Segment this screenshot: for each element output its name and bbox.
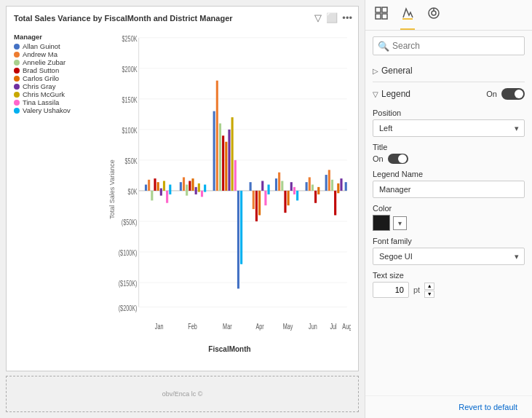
- svg-rect-33: [188, 181, 191, 190]
- svg-rect-62: [293, 187, 295, 194]
- revert-to-default-link[interactable]: Revert to default: [451, 397, 525, 417]
- filter-icon[interactable]: ▽: [314, 12, 322, 23]
- svg-text:Apr: Apr: [255, 321, 264, 331]
- svg-rect-61: [290, 182, 293, 191]
- legend-toggle-label: On: [486, 90, 497, 98]
- legend-dot: [14, 60, 20, 66]
- svg-rect-23: [151, 191, 153, 200]
- svg-text:($150K): ($150K): [119, 278, 138, 288]
- position-select-wrapper: Left Right Top Bottom: [373, 119, 525, 137]
- svg-rect-57: [278, 173, 280, 191]
- chart-title: Total Sales Variance by FiscalMonth and …: [14, 14, 351, 23]
- legend-dot: [14, 68, 20, 74]
- svg-text:($100K): ($100K): [119, 248, 138, 257]
- svg-text:($50K): ($50K): [122, 217, 138, 226]
- text-size-decrement[interactable]: ▼: [424, 291, 434, 298]
- position-select[interactable]: Left Right Top Bottom: [373, 119, 525, 137]
- legend-dot: [14, 92, 20, 98]
- color-swatch[interactable]: [373, 215, 390, 231]
- svg-rect-59: [284, 191, 286, 213]
- svg-rect-45: [231, 117, 234, 191]
- legend-item-label: Annelie Zubar: [23, 58, 65, 66]
- chart-svg: $250K $200K $150K $100K $50K $0K ($50K) …: [108, 25, 351, 344]
- svg-text:Jul: Jul: [330, 321, 336, 331]
- color-picker-row: ▾: [373, 215, 525, 231]
- tab-fields[interactable]: [374, 6, 389, 30]
- svg-rect-55: [268, 185, 270, 194]
- legend-item: Chris McGurk: [14, 90, 79, 98]
- svg-text:$0K: $0K: [128, 186, 138, 196]
- svg-rect-74: [340, 178, 342, 191]
- svg-rect-37: [201, 191, 203, 197]
- legend-dot: [14, 76, 20, 82]
- tab-analytics[interactable]: [426, 6, 441, 30]
- text-size-unit: pt: [413, 285, 420, 294]
- y-axis-label: Total Sales Variance: [108, 159, 116, 218]
- legend-item-label: Carlos Grilo: [23, 74, 59, 82]
- svg-rect-71: [331, 180, 333, 191]
- focus-icon[interactable]: ⬜: [326, 12, 338, 23]
- settings-panel: 🔍 ▷ General ▽ Legend On Position Left: [365, 0, 532, 418]
- svg-rect-34: [191, 178, 194, 191]
- chart-panel: ▽ ⬜ ••• Total Sales Variance by FiscalMo…: [0, 0, 365, 418]
- text-size-label: Text size: [373, 271, 525, 280]
- general-section-header[interactable]: ▷ General: [373, 61, 525, 79]
- legend-name-label: Legend Name: [373, 170, 525, 178]
- svg-rect-31: [183, 177, 185, 190]
- svg-rect-30: [180, 182, 182, 191]
- svg-rect-87: [382, 14, 387, 19]
- svg-rect-85: [382, 7, 387, 12]
- svg-rect-60: [287, 191, 290, 205]
- legend-dot: [14, 52, 20, 58]
- x-axis-label: FiscalMonth: [108, 345, 351, 353]
- svg-rect-41: [219, 123, 221, 190]
- legend-section-header[interactable]: ▽ Legend On: [373, 85, 525, 103]
- svg-rect-58: [281, 181, 283, 190]
- legend-section-label: Legend: [381, 89, 410, 99]
- svg-rect-86: [376, 14, 381, 19]
- svg-rect-48: [240, 191, 242, 264]
- color-label: Color: [373, 204, 525, 213]
- legend-manager-label: Manager: [14, 33, 79, 41]
- legend-dot: [14, 44, 20, 50]
- text-size-row: pt ▲ ▼: [373, 282, 525, 298]
- legend-item: Carlos Grilo: [14, 74, 79, 82]
- dashed-area-text: obv/Enca lc ©: [162, 390, 203, 398]
- legend-item-label: Brad Sutton: [23, 66, 59, 74]
- legend-item: Valery Ushakov: [14, 106, 79, 114]
- divider-general: [373, 82, 525, 82]
- svg-rect-52: [258, 191, 261, 216]
- svg-text:Jan: Jan: [155, 321, 164, 331]
- search-input[interactable]: [373, 36, 525, 55]
- settings-tabs: [365, 0, 532, 31]
- color-dropdown-button[interactable]: ▾: [393, 216, 407, 230]
- svg-rect-68: [317, 187, 319, 194]
- font-family-label: Font family: [373, 237, 525, 245]
- legend-item-label: Chris Gray: [23, 82, 55, 90]
- legend-toggle[interactable]: [501, 88, 525, 100]
- svg-rect-53: [261, 181, 263, 190]
- svg-rect-47: [237, 191, 239, 288]
- svg-rect-29: [169, 185, 171, 194]
- title-toggle[interactable]: [388, 154, 408, 164]
- svg-rect-75: [345, 182, 347, 191]
- legend-item: Brad Sutton: [14, 66, 79, 74]
- search-icon: 🔍: [378, 41, 389, 52]
- svg-rect-40: [216, 81, 218, 191]
- text-size-input[interactable]: [373, 282, 409, 298]
- svg-text:$250K: $250K: [122, 33, 138, 43]
- more-icon[interactable]: •••: [342, 12, 352, 23]
- legend-name-input[interactable]: [373, 181, 525, 198]
- font-family-select[interactable]: Segoe UI Arial Calibri Times New Roman: [373, 248, 525, 265]
- svg-rect-43: [225, 142, 227, 191]
- svg-rect-67: [314, 191, 317, 203]
- legend-item-label: Andrew Ma: [23, 50, 57, 58]
- svg-rect-69: [325, 175, 327, 191]
- svg-text:$200K: $200K: [122, 64, 138, 74]
- tab-format[interactable]: [400, 6, 415, 30]
- svg-rect-73: [337, 184, 339, 193]
- legend-item: Andrew Ma: [14, 50, 79, 58]
- text-size-increment[interactable]: ▲: [424, 283, 434, 290]
- svg-rect-50: [253, 191, 255, 209]
- settings-body: ▷ General ▽ Legend On Position Left Righ…: [365, 61, 532, 395]
